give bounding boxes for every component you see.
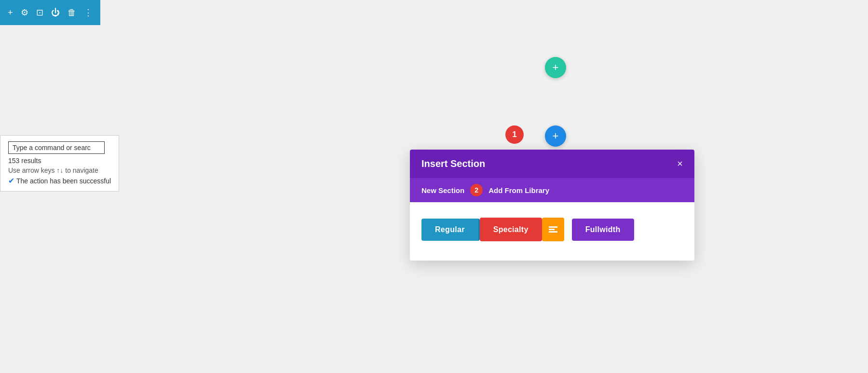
svg-rect-0: [549, 226, 557, 228]
toolbar: + ⚙ ⊡ ⏻ 🗑 ⋮: [0, 0, 100, 25]
tab-add-from-library[interactable]: Add From Library: [488, 186, 549, 194]
more-icon[interactable]: ⋮: [84, 7, 93, 18]
results-count: 153 results: [8, 157, 111, 165]
command-input[interactable]: [8, 141, 105, 154]
check-icon: ✔: [8, 176, 14, 185]
step-badge-2: 2: [470, 184, 483, 196]
command-panel: 153 results Use arrow keys ↑↓ to navigat…: [0, 135, 119, 192]
tab-new-section[interactable]: New Section: [421, 186, 464, 194]
layout-icon[interactable]: ⊡: [36, 7, 43, 18]
specialty-button[interactable]: Specialty: [480, 218, 542, 241]
power-icon[interactable]: ⏻: [51, 8, 60, 18]
add-icon[interactable]: +: [8, 8, 13, 18]
insert-section-modal: Insert Section × New Section 2 Add From …: [410, 150, 694, 261]
specialty-group: Specialty: [480, 218, 564, 241]
regular-button[interactable]: Regular: [421, 219, 480, 241]
delete-icon[interactable]: 🗑: [68, 8, 76, 18]
nav-hint: Use arrow keys ↑↓ to navigate: [8, 166, 111, 174]
modal-body: Regular Specialty Fullwidth: [410, 202, 694, 261]
modal-header: Insert Section ×: [410, 150, 694, 178]
success-message: ✔ The action has been successful: [8, 176, 111, 185]
settings-icon[interactable]: ⚙: [21, 7, 28, 18]
specialty-orange-button[interactable]: [542, 218, 564, 241]
modal-title: Insert Section: [421, 158, 485, 169]
modal-close-button[interactable]: ×: [677, 158, 683, 169]
add-section-button-blue[interactable]: +: [545, 125, 566, 147]
step-badge-1: 1: [505, 125, 524, 144]
add-section-button-teal[interactable]: +: [545, 57, 566, 78]
modal-tabs: New Section 2 Add From Library: [410, 178, 694, 202]
svg-rect-1: [549, 229, 555, 230]
fullwidth-button[interactable]: Fullwidth: [572, 219, 634, 241]
svg-rect-2: [549, 231, 557, 233]
